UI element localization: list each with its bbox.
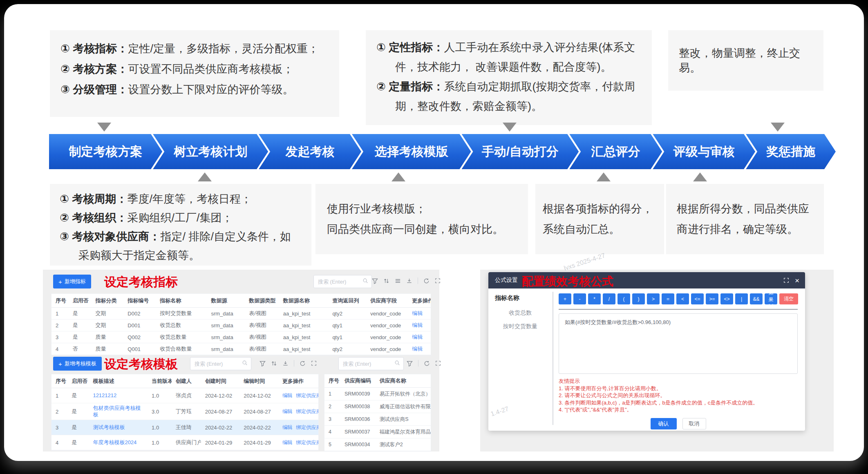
bind-supplier-link[interactable]: 绑定供应商 [296, 424, 318, 431]
refresh-icon[interactable] [423, 278, 430, 284]
operator-button[interactable]: 如果(..) [765, 293, 777, 304]
formula-input[interactable]: 如果(#按时交货数量/#收货总数>0.96,100,80) [559, 313, 798, 374]
operator-button[interactable]: | [735, 293, 748, 304]
download-icon[interactable] [282, 360, 289, 367]
cancel-button[interactable]: 取消 [682, 418, 706, 429]
search-input[interactable] [342, 360, 394, 367]
download-icon[interactable] [406, 278, 412, 284]
search-icon[interactable] [242, 360, 248, 367]
note-line-text: 同品类供应商一同创建，横向对比。 [327, 219, 517, 239]
template-name-link[interactable]: 年度考核模板2024 [89, 435, 148, 450]
operator-button[interactable]: = [662, 293, 674, 304]
operator-button[interactable]: + [559, 293, 571, 304]
cell-creator: 丁芳珏 [172, 403, 201, 420]
search-input[interactable] [194, 360, 242, 367]
edit-link[interactable]: 编辑 [282, 439, 293, 446]
confirm-button[interactable]: 确认 [651, 418, 677, 429]
cell-seq: 4 [51, 343, 69, 355]
search-input[interactable] [317, 278, 362, 285]
cell-query-column: qty2 [328, 308, 366, 319]
table-row[interactable]: 3 是 质量 Q002 收货总数量 srm_data 表/视图 aa_kpi_t… [51, 331, 431, 343]
table-row[interactable]: 1 是 交期 D002 按时交货数量 srm_data 表/视图 aa_kpi_… [51, 308, 431, 320]
filter-icon[interactable] [407, 360, 413, 367]
fullscreen-icon[interactable] [435, 360, 441, 366]
sort-icon[interactable] [271, 360, 277, 367]
fullscreen-icon[interactable] [783, 277, 789, 283]
filter-icon[interactable] [260, 360, 266, 367]
edit-link[interactable]: 编辑 [408, 343, 431, 355]
edit-link[interactable]: 编辑 [282, 424, 293, 431]
note-box-score-summary: 根据各项指标的得分，系统自动汇总。 [535, 184, 664, 254]
refresh-icon[interactable] [424, 360, 430, 367]
flow-step: 选择考核模版 [352, 134, 471, 169]
add-indicator-button[interactable]: + 新增指标 [53, 275, 91, 288]
operator-button[interactable]: <= [691, 293, 704, 304]
indicator-item[interactable]: 按时交货数量 [503, 323, 537, 330]
cell-indicator-name: 收货合格数量 [156, 343, 207, 355]
template-name-link[interactable]: 12121212 [89, 388, 148, 403]
table-row[interactable]: 4 否 质量 Q001 收货合格数量 srm_data 表/视图 aa_kpi_… [51, 343, 431, 355]
cell-datasource-type: 表/视图 [245, 320, 279, 331]
table-row[interactable]: 2 是 交期 D001 收货总数 srm_data 表/视图 aa_kpi_te… [51, 320, 431, 331]
table-row[interactable]: 3 是 测试考核模板 1.0 王佳琦 2024-02-22 2024-02-22… [51, 420, 318, 435]
cell-seq: 1 [51, 308, 69, 319]
column-header: 数据源名称 [279, 294, 329, 307]
table-row[interactable]: 1 是 12121212 1.0 张贞贞 2024-12-02 2024-12-… [51, 388, 318, 403]
operator-button[interactable]: / [603, 293, 615, 304]
bind-supplier-link[interactable]: 绑定供应商 [296, 392, 318, 399]
operator-button[interactable]: ) [632, 293, 645, 304]
bind-supplier-link[interactable]: 绑定供应商 [296, 439, 318, 446]
operator-button[interactable]: <> [720, 293, 733, 304]
operator-button[interactable]: * [588, 293, 601, 304]
table-row[interactable]: 4 是 年度考核模板2024 1.0 供应商门户 2024-01-29 2024… [51, 435, 318, 450]
search-icon[interactable] [394, 360, 400, 367]
cell-version: 1.0 [148, 435, 172, 450]
table-row[interactable]: 5 SRM00034 测试客户2 [324, 438, 431, 451]
column-header: 更多操作 [278, 374, 318, 388]
columns-icon[interactable] [395, 278, 401, 284]
operator-button[interactable]: < [676, 293, 689, 304]
edit-link[interactable]: 编辑 [408, 331, 431, 343]
refresh-icon[interactable] [300, 360, 306, 367]
indicator-table-header: 序号启用否指标分类指标编号指标名称数据源数据源类型数据源名称查询返回列供应商字段… [51, 294, 431, 308]
operator-button[interactable]: ( [617, 293, 630, 304]
table-row[interactable]: 2 SRM00038 威海正德信远软件有限公司 [324, 400, 431, 413]
edit-link[interactable]: 编辑 [282, 408, 293, 415]
indicator-search [313, 275, 372, 288]
template-name-link[interactable]: 包材类供应商考核模板 [89, 403, 148, 420]
cell-creator: 王佳琦 [172, 420, 201, 435]
bind-supplier-link[interactable]: 绑定供应商 [296, 408, 318, 415]
note-line: ③ 考核对象供应商：指定/ 排除/自定义条件，如采购额大于指定金额等。 [60, 227, 302, 265]
cell-seq: 5 [324, 438, 340, 451]
column-header: 供应商编码 [340, 374, 376, 387]
note-line-label: ① 定性指标： [376, 41, 444, 54]
note-line-label: ② 考核方案： [60, 63, 128, 75]
cell-seq: 2 [51, 320, 69, 331]
edit-link[interactable]: 编辑 [408, 320, 431, 331]
table-row[interactable]: 2 是 包材类供应商考核模板 3.0 丁芳珏 2024-08-27 2024-0… [51, 403, 318, 420]
clear-button[interactable]: 清空 [779, 293, 798, 304]
fullscreen-icon[interactable] [311, 360, 317, 366]
table-row[interactable]: 3 SRM00036 测试供应商S [324, 413, 431, 426]
cell-supplier-name: 测试供应商S [376, 413, 431, 425]
fullscreen-icon[interactable] [435, 278, 441, 284]
operator-button[interactable]: >= [706, 293, 718, 304]
operator-button[interactable]: && [750, 293, 763, 304]
cell-indicator-name: 收货总数 [156, 320, 207, 331]
edit-link[interactable]: 编辑 [408, 308, 431, 319]
table-row[interactable]: 1 SRM00039 易正开拓软件（北京）有限公司 [324, 388, 431, 400]
edit-link[interactable]: 编辑 [282, 392, 293, 399]
sort-icon[interactable] [383, 278, 389, 284]
column-header: 模板描述 [89, 374, 148, 388]
operator-button[interactable]: - [573, 293, 586, 304]
operator-button[interactable]: > [647, 293, 660, 304]
filter-icon[interactable] [372, 278, 378, 284]
table-toolbar [372, 277, 441, 284]
table-row[interactable]: 4 SRM00037 福建鸿星尔克体育用品有限公司 [324, 426, 431, 438]
cell-version: 1.0 [148, 420, 172, 435]
indicator-item[interactable]: 收货总数 [509, 309, 532, 317]
add-template-button[interactable]: + 新增考核模板 [53, 357, 102, 371]
search-icon[interactable] [362, 278, 368, 285]
close-icon[interactable]: × [795, 277, 799, 284]
template-name-link[interactable]: 测试考核模板 [89, 420, 148, 435]
